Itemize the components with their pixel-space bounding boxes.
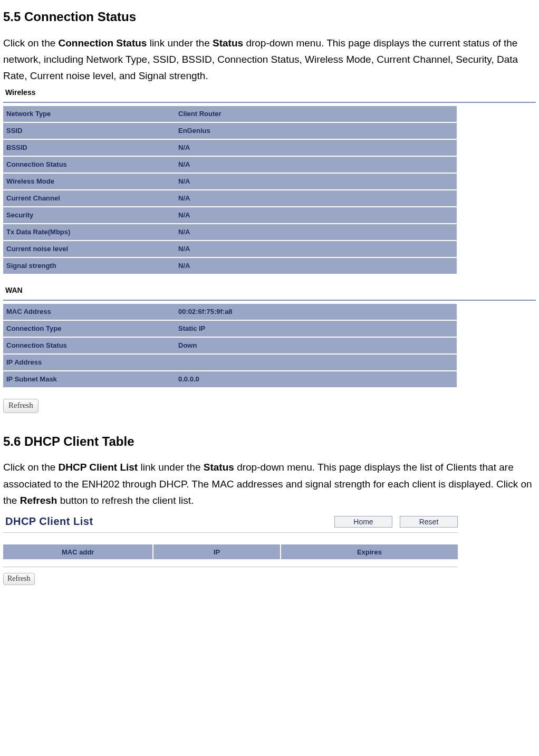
- table-header-row: MAC addr IP Expires: [3, 544, 458, 559]
- text: button to refresh the client list.: [57, 495, 194, 506]
- table-row: Network TypeClient Router: [3, 106, 457, 122]
- row-label: MAC Address: [3, 304, 173, 320]
- section-5-5-heading: 5.5 Connection Status: [3, 6, 536, 27]
- wan-status-table: MAC Address00:02:6f:75:9f:a8Connection T…: [3, 303, 457, 388]
- wan-panel-title: WAN: [5, 284, 536, 296]
- col-mac-addr: MAC addr: [3, 544, 153, 559]
- text: Click on the: [3, 37, 59, 49]
- row-value: Down: [173, 338, 457, 353]
- table-row: SecurityN/A: [3, 207, 457, 223]
- row-value: N/A: [173, 190, 457, 206]
- dhcp-client-table: MAC addr IP Expires: [3, 544, 458, 559]
- table-row: Current ChannelN/A: [3, 190, 457, 206]
- table-row: Connection StatusDown: [3, 338, 457, 353]
- text-bold: Status: [204, 462, 234, 473]
- dhcp-client-list-title: DHCP Client List: [5, 513, 93, 530]
- row-value: N/A: [173, 224, 457, 240]
- row-label: Current noise level: [3, 241, 173, 257]
- row-value: N/A: [173, 140, 457, 156]
- table-row: Tx Data Rate(Mbps)N/A: [3, 224, 457, 240]
- text-bold: DHCP Client List: [59, 462, 138, 473]
- table-row: IP Subnet Mask0.0.0.0: [3, 371, 457, 387]
- section-5-5-paragraph: Click on the Connection Status link unde…: [3, 35, 536, 84]
- row-label: IP Address: [3, 355, 173, 370]
- dhcp-header-row: DHCP Client List Home Reset: [3, 513, 458, 530]
- table-row: BSSIDN/A: [3, 140, 457, 156]
- divider: [3, 532, 458, 533]
- row-label: Connection Status: [3, 157, 173, 173]
- row-label: Network Type: [3, 106, 173, 122]
- wireless-panel-title: Wireless: [5, 87, 536, 99]
- wan-panel: WAN MAC Address00:02:6f:75:9f:a8Connecti…: [3, 284, 536, 388]
- row-label: IP Subnet Mask: [3, 371, 173, 387]
- row-value: Client Router: [173, 106, 457, 122]
- row-value: 00:02:6f:75:9f:a8: [173, 304, 457, 320]
- reset-button[interactable]: Reset: [400, 516, 458, 528]
- col-ip: IP: [153, 544, 280, 559]
- row-value: N/A: [173, 258, 457, 274]
- table-row: Wireless ModeN/A: [3, 174, 457, 189]
- home-button[interactable]: Home: [334, 516, 392, 528]
- text: Click on the: [3, 462, 59, 473]
- text: link under the: [138, 462, 204, 473]
- row-label: Connection Type: [3, 321, 173, 337]
- row-label: SSID: [3, 123, 173, 139]
- row-value: N/A: [173, 174, 457, 189]
- wireless-status-table: Network TypeClient RouterSSIDEnGeniusBSS…: [3, 105, 457, 275]
- row-value: Static IP: [173, 321, 457, 337]
- text-bold: Status: [213, 37, 243, 49]
- dhcp-client-list-panel: DHCP Client List Home Reset MAC addr IP …: [3, 513, 536, 586]
- divider: [3, 567, 458, 567]
- row-value: 0.0.0.0: [173, 371, 457, 387]
- row-label: Connection Status: [3, 338, 173, 353]
- row-label: Tx Data Rate(Mbps): [3, 224, 173, 240]
- row-value: [173, 355, 457, 370]
- row-label: BSSID: [3, 140, 173, 156]
- row-value: EnGenius: [173, 123, 457, 139]
- text: link under the: [147, 37, 213, 49]
- row-label: Security: [3, 207, 173, 223]
- wireless-panel: Wireless Network TypeClient RouterSSIDEn…: [3, 87, 536, 275]
- table-row: Signal strengthN/A: [3, 258, 457, 274]
- row-label: Wireless Mode: [3, 174, 173, 189]
- table-row: Connection TypeStatic IP: [3, 321, 457, 337]
- text-bold: Refresh: [20, 495, 57, 506]
- row-value: N/A: [173, 207, 457, 223]
- table-row: Connection StatusN/A: [3, 157, 457, 173]
- row-value: N/A: [173, 241, 457, 257]
- refresh-button[interactable]: Refresh: [3, 573, 35, 585]
- table-row: SSIDEnGenius: [3, 123, 457, 139]
- table-row: IP Address: [3, 355, 457, 370]
- row-label: Current Channel: [3, 190, 173, 206]
- divider: [3, 300, 536, 301]
- dhcp-buttons: Home Reset: [334, 516, 458, 528]
- row-value: N/A: [173, 157, 457, 173]
- refresh-button[interactable]: Refresh: [3, 399, 38, 413]
- table-row: Current noise levelN/A: [3, 241, 457, 257]
- text-bold: Connection Status: [59, 37, 147, 49]
- row-label: Signal strength: [3, 258, 173, 274]
- col-expires: Expires: [281, 544, 458, 559]
- divider: [3, 102, 536, 103]
- table-row: MAC Address00:02:6f:75:9f:a8: [3, 304, 457, 320]
- section-5-6-paragraph: Click on the DHCP Client List link under…: [3, 459, 536, 509]
- section-5-6-heading: 5.6 DHCP Client Table: [3, 431, 536, 452]
